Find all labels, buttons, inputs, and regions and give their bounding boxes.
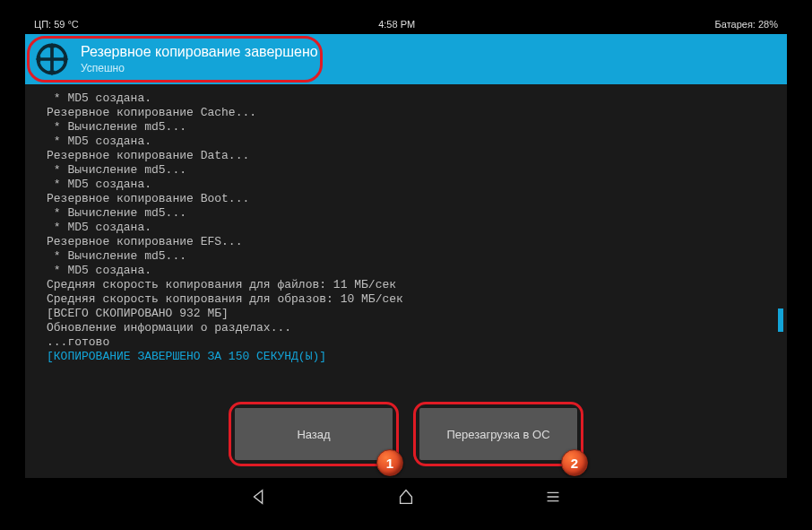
log-line: [ВСЕГО СКОПИРОВАНО 932 МБ] <box>47 307 229 320</box>
log-output: * MD5 создана. Резервное копирование Cac… <box>25 84 787 364</box>
log-line: Средняя скорость копирования для файлов:… <box>47 278 396 291</box>
annotation-badge-2: 2 <box>561 449 588 476</box>
cpu-temp: ЦП: 59 °C <box>34 19 79 30</box>
back-button[interactable]: Назад <box>235 408 393 460</box>
page-subtitle: Успешно <box>81 62 318 74</box>
reboot-os-button-label: Перезагрузка в ОС <box>446 428 549 441</box>
log-line: * MD5 создана. <box>47 91 151 105</box>
log-line: Резервное копирование EFS... <box>47 235 242 248</box>
log-line: * Вычисление md5... <box>47 120 186 134</box>
log-line: * MD5 создана. <box>47 135 151 148</box>
log-line: ...готово <box>47 335 109 349</box>
log-line: Резервное копирование Data... <box>47 149 249 162</box>
header-bar: Резервное копирование завершено Успешно <box>25 34 787 84</box>
clock: 4:58 PM <box>79 19 715 30</box>
log-line: Резервное копирование Cache... <box>47 106 256 119</box>
nav-home-icon[interactable] <box>395 486 417 508</box>
annotation-badge-1: 1 <box>376 449 403 476</box>
log-line: Обновление информации о разделах... <box>47 321 291 335</box>
recovery-window: ЦП: 59 °C 4:58 PM Батарея: 28% Резервное… <box>25 14 787 516</box>
log-line: * Вычисление md5... <box>47 163 186 177</box>
log-line: * MD5 создана. <box>47 221 151 234</box>
nav-recent-icon[interactable] <box>542 486 564 508</box>
log-line: Резервное копирование Boot... <box>47 192 249 205</box>
back-button-label: Назад <box>297 428 330 441</box>
log-line: * Вычисление md5... <box>47 206 186 220</box>
log-line-final: [КОПИРОВАНИЕ ЗАВЕРШЕНО ЗА 150 СЕКУНД(Ы)] <box>47 350 326 363</box>
android-nav-bar <box>25 478 787 516</box>
log-line: Средняя скорость копирования для образов… <box>47 292 403 306</box>
page-title: Резервное копирование завершено <box>81 44 318 60</box>
reboot-os-button[interactable]: Перезагрузка в ОС <box>419 408 577 460</box>
twrp-logo-icon <box>32 39 72 79</box>
log-line: * MD5 создана. <box>47 178 151 191</box>
status-bar: ЦП: 59 °C 4:58 PM Батарея: 28% <box>25 14 787 34</box>
battery-status: Батарея: 28% <box>715 19 778 30</box>
button-row: Назад 1 Перезагрузка в ОС 2 <box>25 399 787 478</box>
log-area: * MD5 создана. Резервное копирование Cac… <box>25 84 787 399</box>
nav-back-icon[interactable] <box>248 486 270 508</box>
log-line: * Вычисление md5... <box>47 249 186 263</box>
scrollbar-thumb[interactable] <box>778 308 783 332</box>
log-line: * MD5 создана. <box>47 264 151 277</box>
